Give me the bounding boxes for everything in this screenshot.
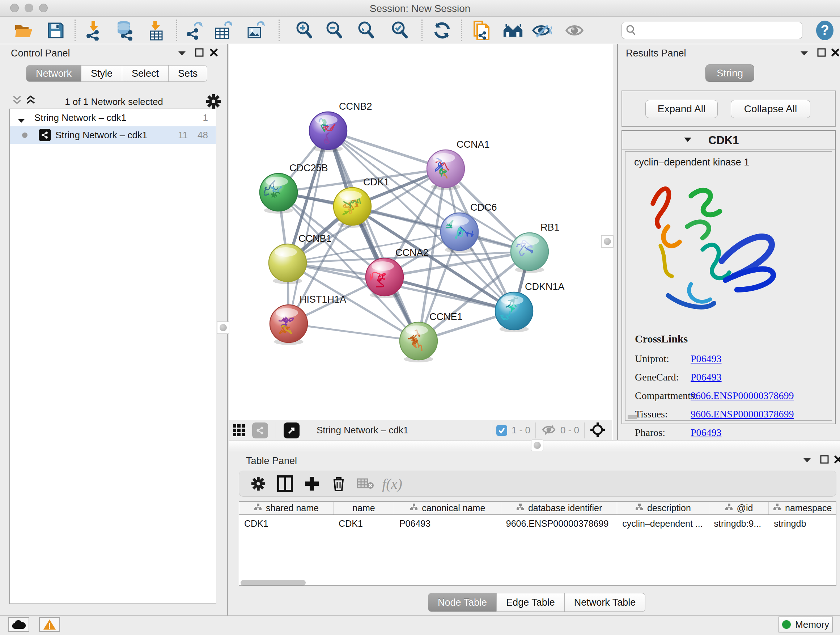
- column-header-shared-name[interactable]: shared name: [239, 502, 333, 515]
- column-header--id[interactable]: @id: [709, 502, 769, 515]
- results-panel-collapse-icon[interactable]: [799, 48, 810, 59]
- graph-node-label: HIST1H1A: [300, 294, 346, 305]
- column-header-name[interactable]: name: [333, 502, 394, 515]
- zoom-selected-icon[interactable]: [390, 20, 410, 41]
- results-panel-float-icon[interactable]: [816, 47, 827, 58]
- column-header-namespace[interactable]: namespace: [769, 502, 836, 515]
- crosslink-value[interactable]: P06493: [691, 371, 722, 383]
- tab-node-table[interactable]: Node Table: [428, 593, 497, 612]
- graph-node-CCNB1[interactable]: CCNB1: [269, 233, 332, 284]
- cloud-status-button[interactable]: [8, 617, 29, 632]
- table-panel-close-icon[interactable]: [833, 454, 840, 465]
- control-panel-close-icon[interactable]: [208, 47, 219, 58]
- zoom-fit-content-icon[interactable]: [356, 20, 377, 41]
- tab-string[interactable]: String: [706, 65, 754, 82]
- column-header-database-identifier[interactable]: database identifier: [501, 502, 617, 515]
- string-toggle-icon[interactable]: [249, 420, 271, 441]
- node-table[interactable]: shared namenamecanonical namedatabase id…: [239, 501, 836, 586]
- network-collection-row[interactable]: String Network – cdk1 1: [10, 109, 216, 126]
- warning-icon: [43, 619, 56, 630]
- table-options-gear-icon[interactable]: [245, 473, 272, 494]
- delete-column-icon[interactable]: [325, 473, 352, 494]
- table-panel-collapse-icon[interactable]: [802, 455, 813, 466]
- import-table-from-file-icon[interactable]: [145, 20, 166, 41]
- tab-network[interactable]: Network: [26, 65, 81, 82]
- network-tree: String Network – cdk1 1 String Network –…: [9, 109, 216, 604]
- crosslink-value[interactable]: P06493: [691, 427, 722, 439]
- current-network-dot-icon: [22, 133, 27, 138]
- network-view-toolbar: String Network – cdk1 1 - 0 0 - 0: [229, 420, 612, 440]
- crosslink-value[interactable]: P06493: [691, 353, 722, 364]
- vertical-splitter-handle[interactable]: [601, 235, 614, 248]
- column-header-canonical-name[interactable]: canonical name: [394, 502, 501, 515]
- collapse-all-button[interactable]: Collapse All: [731, 100, 810, 118]
- warnings-button[interactable]: [39, 617, 60, 632]
- show-all-icon[interactable]: [564, 20, 584, 41]
- tab-network-table[interactable]: Network Table: [565, 593, 646, 612]
- crosslink-value[interactable]: 9606.ENSP00000378699: [691, 390, 794, 402]
- graph-edge-HIST1H1A-CCNE1[interactable]: [289, 324, 418, 341]
- graph-node-CDKN1A[interactable]: CDKN1A: [495, 281, 565, 333]
- collection-expand-icon[interactable]: [18, 115, 25, 126]
- graph-node-RB1[interactable]: RB1: [511, 222, 560, 273]
- tab-style[interactable]: Style: [81, 65, 122, 82]
- export-network-icon[interactable]: [185, 20, 205, 41]
- zoom-out-icon[interactable]: [325, 20, 345, 41]
- open-session-button[interactable]: [14, 20, 34, 41]
- table-cell: CDK1: [239, 515, 333, 532]
- graph-node-CDC25B[interactable]: CDC25B: [260, 163, 328, 214]
- selected-checkbox-icon[interactable]: [496, 425, 507, 436]
- network-canvas[interactable]: CCNB2CCNA1CDC25BCDK1CDC6RB1CCNB1CCNA2CDK…: [229, 44, 612, 420]
- import-network-from-file-icon[interactable]: [83, 20, 103, 41]
- gene-expand-icon[interactable]: [684, 137, 692, 144]
- network-options-gear-icon[interactable]: [205, 93, 221, 111]
- graph-node-HIST1H1A[interactable]: HIST1H1A: [270, 294, 346, 345]
- table-cell: stringdb: [769, 515, 836, 532]
- add-column-icon[interactable]: [298, 473, 325, 494]
- graph-node-CCNB2[interactable]: CCNB2: [309, 101, 372, 152]
- hide-selected-icon[interactable]: [532, 20, 552, 41]
- birds-eye-view-icon[interactable]: [229, 420, 249, 441]
- zoom-in-icon[interactable]: [294, 20, 315, 41]
- fit-selected-crosshair-icon[interactable]: [590, 422, 606, 439]
- search-input[interactable]: [636, 25, 792, 36]
- graph-node-label: CDC25B: [289, 163, 328, 173]
- refresh-view-icon[interactable]: [432, 20, 452, 41]
- expand-all-button[interactable]: Expand All: [645, 100, 718, 118]
- column-header-label: canonical name: [422, 503, 485, 513]
- horizontal-splitter-handle[interactable]: [531, 440, 543, 451]
- memory-button[interactable]: Memory: [778, 616, 833, 632]
- clone-network-icon[interactable]: [470, 20, 491, 41]
- table-horizontal-scrollbar[interactable]: [240, 580, 306, 585]
- import-network-from-database-icon[interactable]: [114, 20, 134, 41]
- show-columns-icon[interactable]: [272, 473, 298, 494]
- control-panel-float-icon[interactable]: [194, 47, 205, 58]
- control-panel-splitter-handle[interactable]: [217, 321, 229, 334]
- graph-node-CCNA1[interactable]: CCNA1: [427, 139, 490, 190]
- control-panel-collapse-icon[interactable]: [177, 48, 187, 59]
- search-field[interactable]: [622, 22, 802, 39]
- export-table-icon[interactable]: [213, 20, 234, 41]
- gene-description: cyclin–dependent kinase 1: [634, 157, 832, 168]
- results-scrollbar[interactable]: [628, 415, 637, 419]
- results-panel-close-icon[interactable]: [830, 47, 840, 58]
- main-toolbar: ?: [0, 17, 840, 44]
- table-panel-float-icon[interactable]: [819, 454, 830, 465]
- table-row[interactable]: CDK1CDK1P064939606.ENSP00000378699cyclin…: [239, 515, 836, 532]
- open-in-window-icon[interactable]: [281, 420, 302, 441]
- first-neighbors-icon[interactable]: [503, 20, 523, 41]
- help-button[interactable]: ?: [815, 20, 835, 41]
- network-row[interactable]: String Network – cdk1 11 48: [10, 126, 216, 144]
- gene-details-box: cyclin–dependent kinase 1: [625, 151, 832, 421]
- save-session-button[interactable]: [46, 20, 66, 41]
- gene-section-header[interactable]: CDK1: [622, 131, 835, 150]
- graph-edge-CCNB2-CCNE1[interactable]: [328, 131, 418, 341]
- crosslink-value[interactable]: 9606.ENSP00000378699: [691, 409, 794, 420]
- export-image-icon[interactable]: [245, 20, 265, 41]
- tab-edge-table[interactable]: Edge Table: [497, 593, 565, 612]
- tab-select[interactable]: Select: [122, 65, 169, 82]
- gene-section: CDK1 cyclin–dependent kinase 1: [622, 130, 836, 424]
- column-header-description[interactable]: description: [617, 502, 709, 515]
- column-header-label: database identifier: [528, 503, 602, 513]
- tab-sets[interactable]: Sets: [169, 65, 207, 82]
